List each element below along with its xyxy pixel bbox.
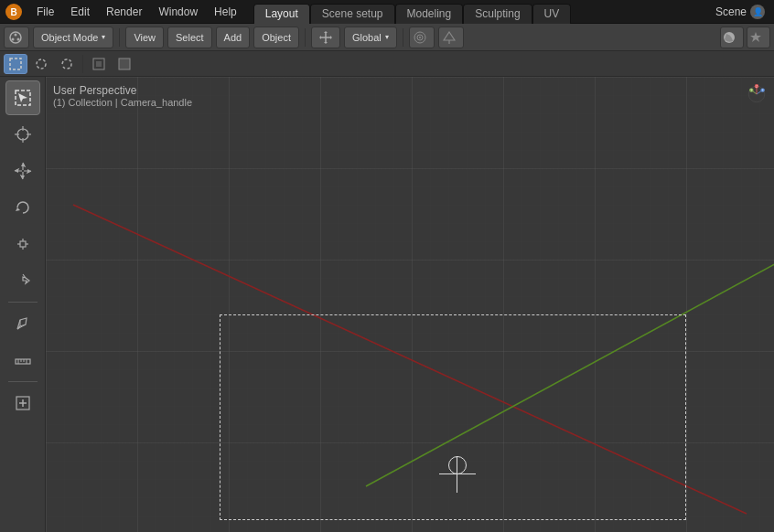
tool-rotate[interactable]	[5, 190, 40, 225]
workspace-tabs: Layout Scene setup Modeling Sculpting UV	[253, 0, 572, 24]
tab-sculpting[interactable]: Sculpting	[463, 4, 532, 24]
tool-transform[interactable]	[5, 263, 40, 298]
vertex-mode-icon	[91, 57, 106, 71]
tab-modeling[interactable]: Modeling	[395, 4, 464, 24]
tool-annotate[interactable]	[5, 306, 40, 341]
tool-move[interactable]	[5, 154, 40, 188]
lasso-select-btn[interactable]	[55, 54, 79, 74]
annotate-tool-icon	[13, 314, 33, 334]
sep3	[403, 28, 403, 47]
object-mode-btn[interactable]: Object Mode ▾	[33, 27, 113, 48]
tab-uv[interactable]: UV	[532, 4, 572, 24]
menu-window[interactable]: Window	[151, 4, 205, 20]
viewport-shading-rendered[interactable]	[747, 27, 770, 48]
cursor-tool-icon	[13, 124, 33, 144]
snap-btn[interactable]	[438, 27, 464, 48]
select-mode-edge[interactable]	[113, 54, 136, 74]
tab-layout[interactable]: Layout	[253, 4, 310, 24]
solid-shade-icon	[723, 31, 736, 44]
svg-rect-19	[96, 61, 102, 67]
select-mode-vertex[interactable]	[87, 54, 111, 74]
snap-icon	[443, 31, 456, 44]
svg-text:X: X	[762, 89, 764, 92]
tool-add-object[interactable]	[5, 386, 40, 420]
menu-help[interactable]: Help	[207, 4, 244, 20]
svg-point-12	[419, 37, 421, 38]
add-btn[interactable]: Add	[216, 27, 251, 48]
top-menu-bar: B File Edit Render Window Help Layout Sc…	[0, 0, 774, 24]
svg-rect-20	[119, 59, 130, 69]
menu-file[interactable]: File	[29, 4, 61, 20]
scale-tool-icon	[13, 234, 33, 254]
svg-point-4	[12, 37, 15, 40]
svg-marker-33	[16, 207, 20, 211]
svg-marker-8	[324, 31, 328, 33]
measure-tool-icon	[13, 350, 33, 370]
circle-select-btn[interactable]	[29, 54, 53, 74]
tool-scale[interactable]	[5, 227, 40, 261]
svg-marker-7	[319, 36, 321, 39]
select-label: Select	[176, 32, 204, 43]
rotate-tool-icon	[13, 197, 33, 218]
svg-point-17	[37, 59, 46, 69]
svg-marker-13	[444, 32, 455, 40]
svg-rect-41	[16, 359, 30, 364]
menu-render[interactable]: Render	[99, 4, 149, 20]
grid-background	[46, 77, 774, 532]
select-btn[interactable]: Select	[167, 27, 212, 48]
viewport-corner-nav: X Y Z	[747, 84, 767, 104]
scene-label: Scene	[715, 5, 747, 18]
sep-icon	[82, 55, 83, 73]
svg-marker-9	[324, 42, 328, 44]
svg-text:Y: Y	[750, 89, 752, 92]
svg-marker-23	[18, 93, 27, 102]
menu-items: File Edit Render Window Help	[29, 4, 244, 20]
proportional-icon	[414, 31, 426, 44]
user-icon[interactable]: 👤	[750, 5, 765, 19]
view-btn[interactable]: View	[125, 27, 164, 48]
view-label: View	[134, 32, 156, 43]
svg-point-3	[15, 33, 17, 36]
global-btn[interactable]: Global ▾	[344, 27, 397, 48]
select-box-tool-icon	[13, 88, 33, 108]
move-tool-icon	[13, 161, 33, 181]
blender-logo[interactable]: B	[4, 2, 24, 22]
proportional-btn[interactable]	[409, 27, 435, 48]
object-mode-label: Object Mode	[41, 32, 98, 43]
editor-type-btn[interactable]	[4, 27, 29, 48]
top-right: Scene 👤	[715, 5, 770, 19]
tool-select-box[interactable]	[5, 80, 40, 115]
svg-rect-16	[10, 59, 21, 69]
vis-buttons	[720, 27, 770, 48]
box-select-icon	[8, 57, 23, 71]
svg-text:B: B	[10, 7, 16, 17]
menu-edit[interactable]: Edit	[63, 4, 97, 20]
tab-scene-setup[interactable]: Scene setup	[310, 4, 395, 24]
global-label: Global	[352, 32, 382, 43]
sep1	[119, 28, 120, 47]
object-label: Object	[262, 32, 291, 43]
transform-btn[interactable]	[311, 27, 340, 48]
object-mode-arrow: ▾	[102, 33, 105, 41]
global-arrow: ▾	[385, 33, 389, 41]
add-label: Add	[224, 32, 242, 43]
viewport-shading-solid[interactable]	[720, 27, 744, 48]
tool-measure[interactable]	[5, 343, 40, 378]
nav-widget[interactable]: X Y Z	[747, 84, 767, 104]
main-area: User Perspective (1) Collection | Camera…	[0, 77, 774, 532]
svg-rect-34	[20, 241, 26, 247]
render-shade-icon	[749, 31, 762, 44]
sep2	[305, 28, 306, 47]
tool-sep2	[8, 381, 38, 382]
lasso-select-icon	[59, 57, 74, 71]
box-select-btn[interactable]	[4, 54, 27, 74]
left-toolbar	[0, 77, 46, 532]
tool-sep1	[8, 302, 38, 303]
tool-cursor[interactable]	[5, 117, 40, 152]
object-btn[interactable]: Object	[253, 27, 299, 48]
transform-icon	[319, 31, 332, 44]
viewport[interactable]: User Perspective (1) Collection | Camera…	[46, 77, 774, 532]
circle-select-icon	[34, 57, 48, 71]
header-bar: Object Mode ▾ View Select Add Object Glo…	[0, 24, 774, 51]
select-tools-row	[0, 51, 774, 77]
